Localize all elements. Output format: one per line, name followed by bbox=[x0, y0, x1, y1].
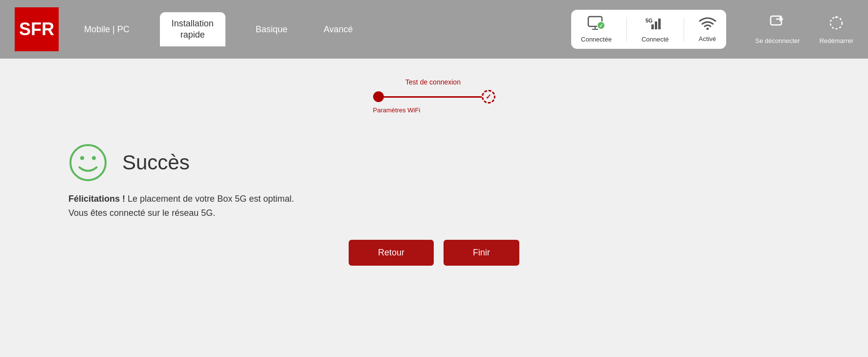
svg-rect-9 bbox=[655, 21, 657, 29]
buttons-row: Retour Finir bbox=[29, 240, 839, 266]
success-text: Félicitations ! Le placement de votre Bo… bbox=[68, 192, 839, 220]
screen-icon: ✓ bbox=[587, 16, 605, 34]
nav-basique[interactable]: Basique bbox=[250, 21, 293, 39]
restart-label: Redémarrer bbox=[820, 37, 853, 44]
step2-label-top: Test de connexion bbox=[405, 78, 461, 86]
success-title: Succès bbox=[122, 151, 190, 174]
nav-mobile-pc[interactable]: Mobile | PC bbox=[78, 21, 135, 39]
svg-rect-10 bbox=[658, 19, 661, 29]
svg-rect-8 bbox=[651, 24, 654, 29]
nav-avance[interactable]: Avancé bbox=[318, 21, 359, 39]
success-message2: Vous êtes connecté sur le réseau 5G. bbox=[68, 208, 215, 218]
step-line bbox=[384, 96, 482, 98]
steps-row bbox=[373, 90, 495, 104]
connectee-label: Connectée bbox=[581, 36, 612, 43]
svg-point-16 bbox=[70, 145, 106, 180]
svg-point-18 bbox=[92, 156, 96, 160]
wizard-steps: Test de connexion Paramètres WiFi bbox=[29, 78, 839, 114]
step1-label: Paramètres WiFi bbox=[373, 106, 421, 114]
header: SFR Mobile | PC Installationrapide Basiq… bbox=[0, 0, 868, 59]
disconnect-icon bbox=[769, 14, 786, 35]
finir-button[interactable]: Finir bbox=[444, 240, 519, 266]
nav-installation-rapide[interactable]: Installationrapide bbox=[160, 12, 225, 47]
svg-point-15 bbox=[835, 16, 837, 18]
success-section: Succès Félicitations ! Le placement de v… bbox=[29, 143, 839, 220]
status-connecte: 5G Connecté bbox=[642, 16, 669, 43]
restart-action[interactable]: Redémarrer bbox=[820, 14, 853, 44]
status-separator-1 bbox=[626, 17, 627, 42]
disconnect-action[interactable]: Se déconnecter bbox=[756, 14, 800, 44]
active-label: Activé bbox=[699, 35, 716, 42]
svg-point-17 bbox=[80, 156, 84, 160]
step1-dot bbox=[373, 91, 384, 102]
wifi-icon bbox=[699, 16, 716, 33]
connecte-label: Connecté bbox=[642, 36, 669, 43]
svg-text:✓: ✓ bbox=[599, 23, 603, 28]
status-connectee: ✓ Connectée bbox=[581, 16, 612, 43]
smiley-icon bbox=[68, 143, 108, 182]
svg-point-11 bbox=[706, 28, 709, 30]
svg-text:5G: 5G bbox=[645, 18, 653, 23]
status-active: Activé bbox=[699, 16, 716, 42]
header-actions: Se déconnecter Redémarrer bbox=[756, 14, 853, 44]
status-panel: ✓ Connectée 5G Connecté bbox=[571, 10, 726, 49]
success-title-row: Succès bbox=[68, 143, 839, 182]
main-nav: Mobile | PC Installationrapide Basique A… bbox=[78, 12, 552, 47]
success-message: Le placement de votre Box 5G est optimal… bbox=[125, 194, 294, 204]
step-labels: Paramètres WiFi bbox=[373, 106, 495, 114]
disconnect-label: Se déconnecter bbox=[756, 37, 800, 44]
retour-button[interactable]: Retour bbox=[349, 240, 434, 266]
signal-5g-icon: 5G bbox=[645, 16, 665, 34]
step2-dot bbox=[482, 90, 495, 104]
success-bold: Félicitations ! bbox=[68, 194, 125, 204]
main-content: Test de connexion Paramètres WiFi Succès… bbox=[0, 59, 868, 357]
svg-point-14 bbox=[830, 17, 842, 29]
sfr-logo: SFR bbox=[15, 7, 59, 51]
restart-icon bbox=[827, 14, 845, 35]
status-separator-2 bbox=[684, 17, 684, 42]
